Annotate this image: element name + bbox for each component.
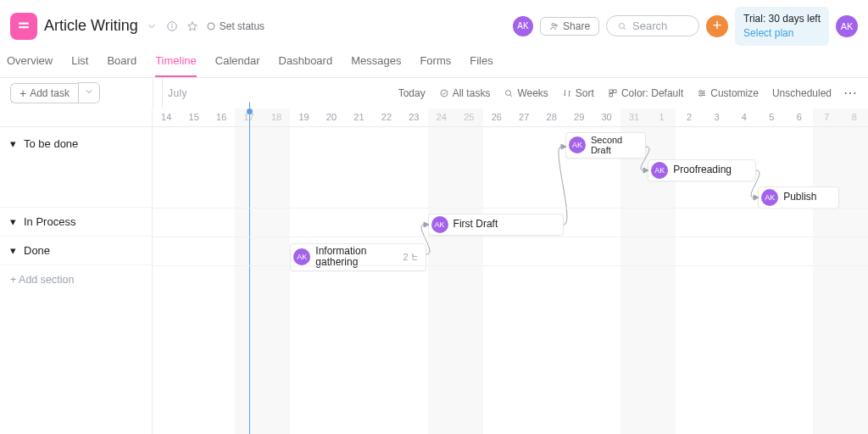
grid-column [510,127,537,434]
grid-column [180,127,207,434]
user-avatar[interactable]: AK [836,15,858,37]
info-icon[interactable] [165,19,179,33]
caret-down-icon: ▾ [10,244,19,257]
select-plan-link[interactable]: Select plan [743,26,821,41]
add-task-button[interactable]: +Add task [10,82,100,103]
chevron-down-icon[interactable] [145,19,159,33]
svg-point-6 [208,23,214,30]
view-tabs: OverviewListBoardTimelineCalendarDashboa… [0,49,868,78]
grid-column [345,127,372,434]
tab-overview[interactable]: Overview [7,54,53,77]
svg-line-13 [510,94,512,96]
svg-point-11 [441,90,448,97]
svg-marker-27 [643,168,648,173]
all-tasks-filter[interactable]: All tasks [439,87,491,99]
grid-column [208,127,235,434]
date-cell: 20 [318,108,345,126]
search-input[interactable]: Search [606,15,699,36]
tab-files[interactable]: Files [470,54,492,77]
task-information-gathering[interactable]: AK Information gathering 2 [290,243,426,272]
color-button[interactable]: Color: Default [608,87,683,99]
unscheduled-button[interactable]: Unscheduled [772,87,832,99]
more-icon[interactable]: ⋯ [843,85,858,101]
tab-messages[interactable]: Messages [351,54,401,77]
zoom-weeks[interactable]: Weeks [504,87,548,99]
date-cell: 21 [345,108,372,126]
section-divider [153,236,868,237]
tab-list[interactable]: List [71,54,88,77]
svg-point-4 [171,24,172,25]
caret-down-icon: ▾ [10,137,19,150]
dependency-arrow [636,136,659,181]
tab-calendar[interactable]: Calendar [215,54,260,77]
timeline-body: ▾ To be done ▾ In Process ▾ Done + Add s… [0,127,868,434]
date-cell: 7 [813,108,840,126]
sort-button[interactable]: Sort [562,87,594,99]
task-first-draft[interactable]: AK First Draft [428,214,564,236]
section-in-process[interactable]: ▾ In Process [0,208,152,236]
date-cell: 25 [455,108,482,126]
trial-banner: Trial: 30 days left Select plan [735,7,829,46]
customize-button[interactable]: Customize [697,87,759,99]
add-section-button[interactable]: + Add section [0,265,152,294]
grid-column [153,127,180,434]
tab-forms[interactable]: Forms [420,54,451,77]
set-status-button[interactable]: Set status [206,20,264,32]
svg-point-20 [700,90,702,92]
date-cell: 31 [620,108,648,126]
global-add-button[interactable]: + [706,15,728,37]
date-cell: 18 [263,108,290,126]
grid-column [786,127,813,434]
task-publish[interactable]: AK Publish [758,186,838,209]
svg-point-12 [506,90,511,95]
add-task-menu[interactable] [78,82,100,103]
trial-days-left: Trial: 30 days left [743,12,821,26]
section-done[interactable]: ▾ Done [0,236,152,265]
date-cell: 4 [731,108,758,126]
task-proofreading[interactable]: AK Proofreading [648,159,756,181]
date-cell: 5 [758,108,785,126]
task-second-draft[interactable]: AK Second Draft [565,132,646,159]
caret-down-icon: ▾ [10,215,19,228]
date-cell: 27 [510,108,537,126]
tab-timeline[interactable]: Timeline [155,54,197,77]
date-cell: 26 [483,108,510,126]
grid-column [455,127,482,434]
svg-line-10 [624,28,626,30]
section-label: In Process [24,215,75,228]
project-header: Article Writing Set status AK Share Sear… [0,0,868,49]
today-marker [249,102,250,434]
date-cell: 22 [373,108,400,126]
section-sidebar: ▾ To be done ▾ In Process ▾ Done + Add s… [0,127,153,434]
task-name: First Draft [453,219,498,231]
search-placeholder: Search [632,19,667,32]
section-to-be-done[interactable]: ▾ To be done [0,127,152,208]
grid-column [483,127,510,434]
svg-point-22 [700,94,702,96]
tab-dashboard[interactable]: Dashboard [279,54,333,77]
date-cell: 1 [648,108,675,126]
date-cell: 24 [428,108,455,126]
svg-marker-26 [561,144,566,149]
share-label: Share [563,20,590,32]
svg-point-8 [555,25,558,27]
section-label: To be done [24,137,78,150]
task-name: Proofreading [673,164,732,176]
dependency-arrow [416,214,439,264]
svg-rect-1 [19,26,29,28]
add-task-label: Add task [30,87,70,99]
today-button[interactable]: Today [398,87,426,99]
tab-board[interactable]: Board [107,54,136,77]
dependency-arrow [554,136,576,235]
member-avatar[interactable]: AK [513,16,533,36]
date-cell: 28 [537,108,565,126]
timeline-grid[interactable]: AK Second Draft AK Proofreading AK Publi… [153,127,868,434]
grid-column [841,127,868,434]
grid-column [813,127,840,434]
svg-point-9 [620,23,625,28]
svg-marker-28 [754,195,759,200]
date-cell: 15 [180,108,207,126]
share-button[interactable]: Share [540,17,599,36]
assignee-avatar: AK [293,248,310,265]
star-icon[interactable] [186,19,199,33]
